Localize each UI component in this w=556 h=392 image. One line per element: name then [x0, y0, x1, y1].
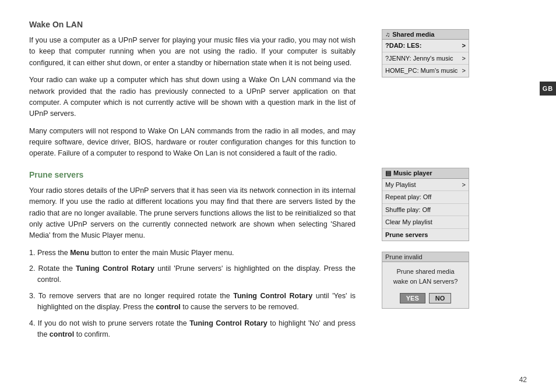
screen2-row-2: Repeat play: Off	[382, 191, 469, 204]
screen2-row2-text: Repeat play: Off	[385, 192, 431, 202]
screen1-row3-text: HOME_PC: Mum's music	[385, 66, 458, 76]
sidebar: ♫ Shared media ?DAD: LES: > ?JENNY: Jenn…	[373, 0, 475, 392]
screen1-row-3: HOME_PC: Mum's music >	[382, 65, 469, 77]
dialog-body-line1: Prune shared media	[388, 267, 463, 277]
screen1-title-bar: ♫ Shared media	[382, 30, 469, 40]
screen1-row1-arrow: >	[462, 41, 466, 51]
prune-invalid-dialog: Prune invalid Prune shared media wake on…	[382, 252, 469, 309]
screen1-row3-arrow: >	[462, 66, 466, 76]
dialog-body: Prune shared media wake on LAN servers?	[382, 262, 469, 291]
screen1-title: Shared media	[392, 31, 434, 38]
gb-tab: GB	[540, 82, 556, 96]
section-prune-servers: Prune servers Your radio stores details …	[29, 170, 356, 341]
screen1-row-2: ?JENNY: Jenny's music >	[382, 52, 469, 65]
screen2-row4-text: Clear My playlist	[385, 217, 432, 227]
yes-button[interactable]: YES	[400, 293, 425, 303]
list-item-3: 3. To remove servers that are no longer …	[29, 291, 356, 313]
wake-on-lan-para1: If you use a computer as a UPnP server f…	[29, 35, 356, 69]
screen2-row-4: Clear My playlist	[382, 216, 469, 229]
screen2-row5-text: Prune servers	[385, 230, 428, 240]
page-container: GB Wake On LAN If you use a computer as …	[0, 0, 556, 392]
prune-servers-heading: Prune servers	[29, 170, 356, 179]
page-number: 42	[519, 376, 527, 384]
dialog-title: Prune invalid	[382, 252, 469, 262]
wake-on-lan-para3: Many computers will not respond to Wake …	[29, 126, 356, 160]
list-item-4: 4. If you do not wish to prune servers r…	[29, 318, 356, 341]
screen1-row1-text: ?DAD: LES:	[385, 41, 421, 51]
music-note-icon: ♫	[385, 31, 390, 38]
screen1-row2-text: ?JENNY: Jenny's music	[385, 54, 453, 63]
shared-media-screen: ♫ Shared media ?DAD: LES: > ?JENNY: Jenn…	[382, 29, 469, 77]
dialog-body-line2: wake on LAN servers?	[388, 277, 463, 287]
screen2-row-5: Prune servers	[382, 229, 469, 241]
list-item-2: 2. Rotate the Tuning Control Rotary unti…	[29, 263, 356, 286]
screen2-title: Music player	[393, 169, 432, 176]
screen2-row-3: Shuffle play: Off	[382, 204, 469, 217]
wake-on-lan-para2: Your radio can wake up a computer which …	[29, 75, 356, 120]
prune-servers-para1: Your radio stores details of the UPnP se…	[29, 185, 356, 242]
screen1-row-1: ?DAD: LES: >	[382, 40, 469, 52]
screen2-row1-text: My Playlist	[385, 180, 416, 190]
wake-on-lan-heading: Wake On LAN	[29, 20, 356, 29]
screen2-title-bar: ▤ Music player	[382, 168, 469, 179]
screen2-row-1: My Playlist >	[382, 179, 469, 192]
no-button[interactable]: NO	[429, 293, 452, 303]
menu-icon: ▤	[385, 169, 391, 177]
screen2-row1-arrow: >	[462, 180, 466, 190]
music-player-screen: ▤ Music player My Playlist > Repeat play…	[382, 168, 469, 242]
dialog-buttons: YES NO	[382, 291, 469, 308]
section-wake-on-lan: Wake On LAN If you use a computer as a U…	[29, 20, 356, 160]
screen1-row2-arrow: >	[462, 54, 466, 63]
list-item-1: 1. Press the Menu button to enter the ma…	[29, 248, 356, 259]
main-content: Wake On LAN If you use a computer as a U…	[0, 0, 373, 392]
screen2-row3-text: Shuffle play: Off	[385, 205, 431, 215]
